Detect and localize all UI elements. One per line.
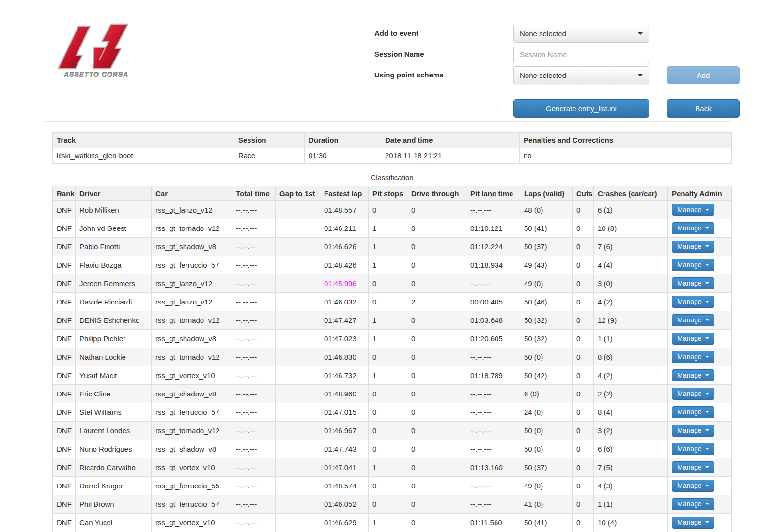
- table-row: DNF Yusuf Macit rss_gt_vortex_v10 --.--.…: [53, 366, 732, 385]
- cell-pit-stops: 0: [369, 385, 407, 403]
- add-button[interactable]: Add: [667, 66, 740, 84]
- cell-gap-to-1st: [276, 348, 320, 366]
- classification-table: Classification RankDriverCarTotal timeGa…: [52, 173, 732, 532]
- cell-car: rss_gt_tornado_v12: [152, 311, 232, 330]
- cell-penalty-admin: Manage: [668, 477, 732, 495]
- classification-header-row: RankDriverCarTotal timeGap to 1stFastest…: [53, 186, 732, 201]
- cell-driver: Nathan Lockie: [76, 348, 152, 366]
- cell-driver: Eric Cline: [76, 385, 152, 403]
- cell-fastest-lap: 01:48.574: [320, 477, 369, 495]
- table-row: DNF Nathan Lockie rss_gt_tornado_v12 --.…: [53, 348, 732, 366]
- cell-driver: Darrel Kruger: [76, 477, 152, 495]
- cell-gap-to-1st: [276, 293, 320, 311]
- cell-drive-through: 0: [407, 330, 466, 348]
- cell-gap-to-1st: [276, 311, 320, 330]
- cell-driver: Jeroen Remmers: [76, 274, 152, 293]
- cell-fastest-lap: 01:47.015: [320, 403, 369, 422]
- manage-button[interactable]: Manage: [672, 388, 714, 400]
- point-schema-label: Using point schema: [374, 66, 496, 84]
- manage-button[interactable]: Manage: [672, 314, 714, 326]
- cell-pit-stops: 0: [369, 201, 407, 219]
- cell-penalty-admin: Manage: [668, 366, 732, 385]
- manage-button[interactable]: Manage: [672, 498, 714, 510]
- cell-cuts: 0: [573, 274, 594, 293]
- cell-driver: Ricardo Carvalho: [76, 458, 152, 477]
- cell-cuts: 0: [573, 201, 594, 219]
- cell-rank: DNF: [53, 330, 76, 348]
- table-row: DNF Pablo Finotti rss_gt_shadow_v8 --.--…: [53, 238, 732, 256]
- column-header: Fastest lap: [320, 186, 369, 201]
- cell-cuts: 0: [573, 330, 594, 348]
- cell-total-time: --.--.---: [232, 311, 276, 330]
- manage-button[interactable]: Manage: [672, 241, 714, 253]
- cell-drive-through: 0: [407, 348, 466, 366]
- cell-car: rss_gt_ferruccio_55: [152, 477, 232, 495]
- chevron-down-icon: [705, 319, 709, 321]
- chevron-down-icon: [705, 301, 709, 303]
- cell-pit-lane-time: 00:00.405: [466, 293, 520, 311]
- cell-penalty-admin: Manage: [668, 201, 732, 219]
- cell-total-time: --.--.---: [232, 422, 276, 440]
- cell-rank: DNF: [53, 293, 76, 311]
- table-row: DNF Philipp Pichler rss_gt_shadow_v8 --.…: [53, 330, 732, 348]
- cell-pit-lane-time: 01:03.648: [466, 311, 520, 330]
- add-to-event-select[interactable]: None selected: [513, 25, 649, 43]
- cell-penalty-admin: Manage: [668, 219, 732, 238]
- cell-fastest-lap: 01:46.052: [320, 495, 369, 514]
- back-button[interactable]: Back: [667, 99, 740, 118]
- cell-driver: Rob Milliken: [76, 201, 152, 219]
- manage-button[interactable]: Manage: [672, 461, 714, 473]
- cell-cuts: 0: [573, 458, 594, 477]
- column-header: Driver: [76, 186, 152, 201]
- cell-pit-lane-time: --.--.---: [466, 440, 520, 458]
- cell-driver: Pablo Finotti: [76, 238, 152, 256]
- manage-button[interactable]: Manage: [672, 296, 714, 308]
- cell-driver: Laurent Londes: [76, 422, 152, 440]
- table-row: DNF Flaviu Bozga rss_gt_ferruccio_57 --.…: [53, 256, 732, 274]
- point-schema-select[interactable]: None selected: [513, 66, 649, 84]
- session-info-cell: lilski_watkins_glen-boot: [53, 148, 234, 164]
- table-row: DNF Jeroen Remmers rss_gt_lanzo_v12 --.-…: [53, 274, 732, 293]
- cell-fastest-lap: 01:45.996: [320, 274, 369, 293]
- manage-button[interactable]: Manage: [672, 443, 714, 455]
- cell-gap-to-1st: [276, 219, 320, 238]
- manage-button[interactable]: Manage: [672, 480, 714, 492]
- cell-rank: DNF: [53, 495, 76, 514]
- cell-fastest-lap: 01:48.960: [320, 385, 369, 403]
- cell-fastest-lap: 01:47.743: [320, 440, 369, 458]
- cell-pit-lane-time: 01:20.605: [466, 330, 520, 348]
- generate-entry-list-button[interactable]: Generate entry_list.ini: [513, 99, 649, 118]
- cell-pit-lane-time: 01:18.934: [466, 256, 520, 274]
- manage-button[interactable]: Manage: [672, 369, 714, 381]
- manage-button[interactable]: Manage: [672, 222, 714, 234]
- session-name-input[interactable]: [513, 46, 649, 63]
- cell-drive-through: 0: [407, 311, 466, 330]
- cell-crashes: 8 (6): [594, 348, 668, 366]
- cell-driver: John vd Geest: [76, 219, 152, 238]
- cell-cuts: 0: [573, 385, 594, 403]
- cell-rank: DNF: [53, 238, 76, 256]
- manage-button[interactable]: Manage: [672, 259, 714, 271]
- cell-rank: DNF: [53, 256, 76, 274]
- cell-laps-valid: 50 (42): [520, 366, 573, 385]
- manage-button[interactable]: Manage: [672, 204, 714, 216]
- cell-crashes: 4 (3): [594, 477, 668, 495]
- manage-button[interactable]: Manage: [672, 425, 714, 437]
- manage-button[interactable]: Manage: [672, 406, 714, 418]
- manage-button[interactable]: Manage: [672, 333, 714, 345]
- cell-gap-to-1st: [276, 366, 320, 385]
- chevron-down-icon: [705, 282, 709, 284]
- cell-penalty-admin: Manage: [668, 422, 732, 440]
- chevron-down-icon: [705, 374, 709, 376]
- cell-laps-valid: 6 (0): [520, 385, 573, 403]
- cell-driver: Flaviu Bozga: [76, 256, 152, 274]
- cell-gap-to-1st: [276, 440, 320, 458]
- manage-button[interactable]: Manage: [672, 351, 714, 363]
- cell-total-time: --.--.---: [232, 477, 276, 495]
- cell-crashes: 2 (2): [594, 385, 668, 403]
- column-header: Pit stops: [369, 186, 407, 201]
- cell-total-time: --.--.---: [232, 274, 276, 293]
- manage-button[interactable]: Manage: [672, 277, 714, 289]
- chevron-down-icon: [705, 503, 709, 505]
- cell-pit-lane-time: --.--.---: [466, 201, 520, 219]
